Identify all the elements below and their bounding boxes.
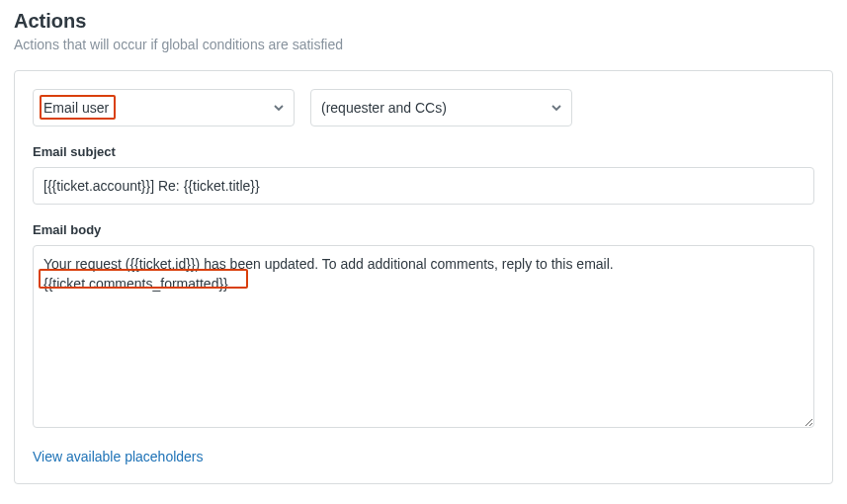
email-subject-label: Email subject — [33, 144, 814, 159]
action-type-select[interactable]: Email user — [33, 89, 295, 126]
action-type-value: Email user — [43, 100, 109, 116]
page-title: Actions — [14, 10, 833, 33]
email-subject-input[interactable] — [33, 167, 814, 205]
email-body-label: Email body — [33, 222, 814, 237]
page-subtitle: Actions that will occur if global condit… — [14, 37, 833, 52]
action-selectors-row: Email user (requester and CCs) — [33, 89, 814, 126]
email-body-textarea[interactable] — [33, 245, 814, 428]
view-placeholders-link[interactable]: View available placeholders — [33, 449, 204, 464]
action-target-select-wrap: (requester and CCs) — [310, 89, 572, 126]
actions-panel: Email user (requester and CCs) Email sub… — [14, 70, 833, 484]
action-type-select-wrap: Email user — [33, 89, 295, 126]
email-body-wrap — [33, 245, 814, 448]
action-target-value: (requester and CCs) — [321, 100, 447, 116]
action-target-select[interactable]: (requester and CCs) — [310, 89, 572, 126]
